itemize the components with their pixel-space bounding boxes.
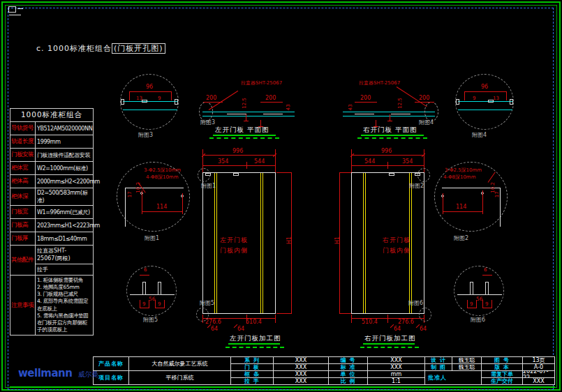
plan-track-line <box>202 116 295 116</box>
door-inner-label: 门板内侧 <box>220 248 248 255</box>
drawing-sheet: c. 1000标准柜组合(门板开孔图) 1000标准柜组合 导轨货号YB512A… <box>0 0 562 392</box>
dim-line <box>260 102 283 103</box>
ref-circle <box>196 308 209 322</box>
dim-label: 6 <box>484 268 487 273</box>
dim-label: 9 <box>473 96 475 102</box>
dim-label: 43 <box>348 104 354 110</box>
spec-value: 2023mm≤H1<2223mm <box>36 219 101 232</box>
detail-label: 附图6 <box>471 317 485 324</box>
panel-edge-line <box>125 188 126 227</box>
spec-label: 门板高 <box>10 219 36 232</box>
elevation-right-caption: 右开门板加工图 <box>364 335 416 342</box>
dim-line <box>355 102 377 103</box>
panel-edge-line <box>130 294 175 295</box>
detail-label: 附图3 <box>138 133 153 139</box>
stile-line <box>365 173 366 313</box>
ref-label: 附图3 <box>200 120 215 126</box>
detail-label: 附图5 <box>143 317 158 324</box>
dim-label: 13 <box>493 96 499 102</box>
door-inner-label: 右开门板 <box>383 237 411 244</box>
spec-value: 18mm≤D1≤40mm <box>36 232 93 245</box>
plan-track-line <box>343 112 435 112</box>
caption-underline <box>361 135 424 136</box>
dim-label: 12.5 <box>242 98 248 109</box>
dim-label: 6 <box>144 268 147 273</box>
caption-dash-line <box>209 137 279 139</box>
plan-panel-line <box>227 114 246 114</box>
detail-circle-d3: 96 13 9 <box>120 74 179 130</box>
dim-line <box>464 91 506 92</box>
logo: wellmann 威尔曼 <box>18 367 99 379</box>
caption-underline <box>228 343 280 345</box>
spec-label: 柜体高 <box>10 175 36 188</box>
detail-label: 附图4 <box>472 133 487 139</box>
dim-label: 276.6 <box>398 319 414 326</box>
plan-panel-line <box>355 114 374 114</box>
ref-label: 附图1 <box>201 183 216 190</box>
hinge-mark <box>246 114 246 121</box>
ext-line <box>339 172 351 173</box>
slot-mark <box>142 100 147 103</box>
dim-label: 510.4 <box>246 319 262 326</box>
tb-delivery-label: 生产交付 <box>481 377 523 385</box>
leader-text: 拉直器SHT-25067 <box>241 81 282 86</box>
spec-row: 柜体高2000mm≤H2<2200mm <box>10 174 93 188</box>
note-item: 1. 柜体侧板需要切角 <box>37 277 91 284</box>
dim-line <box>142 211 182 212</box>
spec-label: 轨道长度 <box>10 135 36 148</box>
dim-label: 354 <box>218 159 228 165</box>
tb-scale-label: 比 例 <box>328 377 368 385</box>
tb-delivery-value: XXX <box>522 377 555 385</box>
dim-line <box>129 91 171 92</box>
door-inner-label: 左开门板 <box>220 237 248 244</box>
pin-mark <box>470 282 473 295</box>
dim-line <box>140 275 149 276</box>
leader-text: 拉直器SHT-25067 <box>359 81 400 86</box>
pin-mark <box>485 282 489 295</box>
leader-line <box>488 172 496 182</box>
ext-line <box>276 313 291 314</box>
ext-line <box>339 313 351 314</box>
dim-label: 114 <box>156 204 167 211</box>
ext-line <box>387 162 388 169</box>
spec-row: 柜体深D2=500/583mm(标准) <box>10 188 93 205</box>
spec-value: W1=996mm(已减尺) <box>36 206 93 218</box>
spec-row: 门板高2023mm≤H1<2223mm <box>10 218 93 232</box>
track-end-cap <box>510 99 513 105</box>
dim-label: H1 <box>335 236 341 244</box>
ext-line <box>351 315 352 323</box>
dim-label: 9 <box>470 302 473 308</box>
spec-row-accessories: 其他配件 拉直器SHT-25067(两根) 拉手 <box>10 245 93 275</box>
caption-underline <box>363 343 415 345</box>
ref-label: 附图2 <box>409 183 424 190</box>
pin-mark <box>142 282 146 295</box>
track-line <box>123 110 177 110</box>
detail-circle-d6: 6 56 9 9 <box>454 266 504 316</box>
ref-circle <box>419 308 431 322</box>
ext-line <box>246 162 247 169</box>
caption-underline <box>213 135 276 136</box>
dim-label: 200 <box>206 96 216 102</box>
track-end-cap <box>121 99 124 105</box>
ext-line <box>506 91 507 100</box>
ref-label: 附图5 <box>200 301 214 307</box>
spec-accessory-item: 拉直器SHT-25067(两根) <box>36 246 93 264</box>
plan-panel-line <box>263 114 283 114</box>
dim-label: 64 <box>420 326 427 333</box>
ref-circle <box>198 168 210 182</box>
track-line <box>123 101 177 102</box>
slot-mark <box>233 173 239 176</box>
dim-label: 9 <box>485 302 488 308</box>
ext-line <box>171 91 172 100</box>
spec-row: 导轨货号YB512AM5020000NN <box>10 121 93 135</box>
tb-scale-value: 1:1 <box>367 377 425 385</box>
dim-label: 17 <box>128 191 133 197</box>
dim-label: 64 <box>394 326 401 333</box>
spec-row: 门板宽W1=996mm(已减尺) <box>10 205 93 218</box>
dim-label: 114 <box>456 204 466 211</box>
slot-mark <box>389 173 394 176</box>
dim-line <box>202 155 276 156</box>
pin-mark <box>158 282 161 295</box>
spec-row: 门板安装门板连接件适配器安装 <box>10 148 93 161</box>
leader-text: 4-Φ8深10mm <box>146 175 179 181</box>
